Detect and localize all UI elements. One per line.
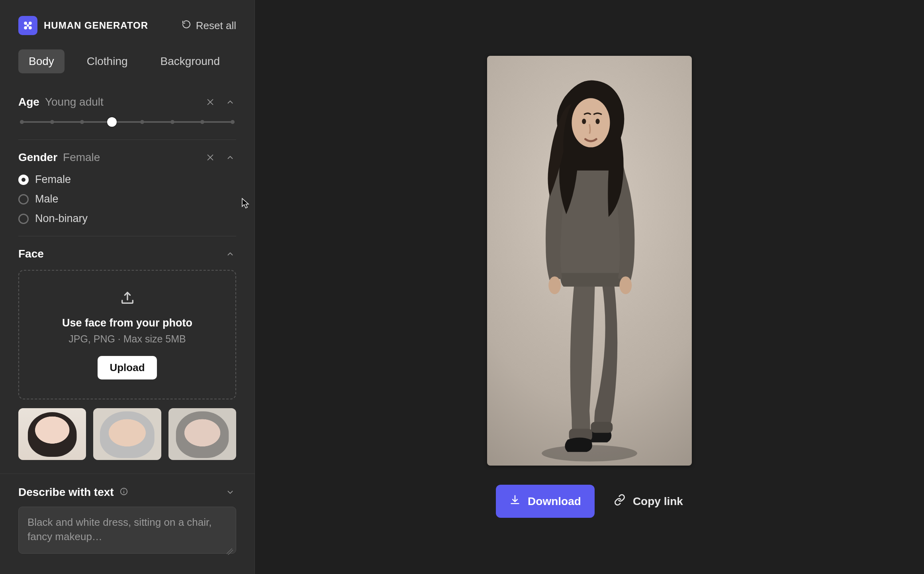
gender-option-female[interactable]: Female [18, 173, 236, 186]
brand-name: HUMAN GENERATOR [44, 20, 148, 31]
header-row: HUMAN GENERATOR Reset all [18, 16, 236, 35]
reset-label: Reset all [196, 20, 236, 32]
gender-collapse-button[interactable] [224, 151, 236, 163]
describe-title: Describe with text [18, 486, 114, 499]
gender-actions [204, 151, 236, 163]
svg-point-20 [595, 119, 599, 124]
section-gender-head: Gender Female [18, 151, 236, 164]
describe-head: Describe with text [18, 486, 236, 499]
svg-point-17 [619, 276, 632, 294]
reset-all-button[interactable]: Reset all [182, 20, 236, 32]
section-face: Face Use face from your photo JPG, PN [18, 248, 236, 460]
age-collapse-button[interactable] [224, 96, 236, 108]
describe-expand-button[interactable] [224, 486, 236, 498]
gender-radio-list: Female Male Non-binary [18, 173, 236, 225]
svg-point-3 [29, 27, 31, 29]
svg-point-19 [582, 119, 586, 124]
svg-point-18 [572, 98, 610, 147]
section-age-head: Age Young adult [18, 96, 236, 108]
reset-icon [182, 20, 191, 32]
gender-value: Female [63, 151, 100, 164]
copy-link-button[interactable]: Copy link [614, 494, 683, 509]
upload-hint: JPG, PNG · Max size 5MB [27, 333, 227, 345]
age-actions [204, 96, 236, 108]
section-describe: Describe with text [0, 474, 254, 571]
face-upload-dropzone[interactable]: Use face from your photo JPG, PNG · Max … [18, 270, 236, 399]
svg-rect-15 [591, 422, 613, 432]
sidebar-scroll: HUMAN GENERATOR Reset all Body Clothing … [0, 0, 254, 474]
radio-icon [18, 194, 29, 204]
svg-point-12 [123, 489, 124, 490]
radio-icon [18, 214, 29, 224]
svg-point-16 [548, 276, 561, 294]
age-slider-thumb[interactable] [107, 117, 117, 127]
gender-title: Gender [18, 151, 57, 164]
svg-rect-4 [27, 25, 28, 26]
tab-background[interactable]: Background [150, 49, 230, 73]
link-icon [614, 494, 626, 509]
upload-button[interactable]: Upload [98, 356, 157, 379]
section-face-head: Face [18, 248, 236, 260]
age-value: Young adult [45, 96, 104, 108]
gender-option-label: Female [35, 173, 71, 186]
face-preset-1[interactable] [18, 408, 86, 460]
sidebar: HUMAN GENERATOR Reset all Body Clothing … [0, 0, 255, 574]
gender-option-male[interactable]: Male [18, 193, 236, 205]
download-icon [509, 494, 521, 508]
gender-clear-button[interactable] [204, 151, 216, 163]
gender-option-label: Non-binary [35, 212, 88, 225]
download-label: Download [528, 495, 581, 508]
section-age: Age Young adult [18, 96, 236, 140]
describe-actions [224, 486, 236, 498]
face-preset-2[interactable] [93, 408, 161, 460]
tab-clothing[interactable]: Clothing [76, 49, 138, 73]
generated-figure [487, 56, 692, 466]
face-title: Face [18, 248, 44, 260]
upload-icon [27, 290, 227, 307]
age-slider[interactable] [20, 118, 235, 126]
canvas-area: Download Copy link [255, 0, 924, 574]
age-clear-button[interactable] [204, 96, 216, 108]
gender-option-nonbinary[interactable]: Non-binary [18, 212, 236, 225]
download-button[interactable]: Download [496, 485, 595, 518]
radio-icon [18, 175, 29, 185]
generated-image [487, 56, 692, 466]
action-row: Download Copy link [496, 485, 683, 518]
brand-icon [18, 16, 37, 35]
face-actions [224, 248, 236, 260]
face-preset-3[interactable] [168, 408, 236, 460]
tab-body[interactable]: Body [18, 49, 65, 73]
brand: HUMAN GENERATOR [18, 16, 148, 35]
describe-input[interactable] [18, 507, 236, 554]
section-gender: Gender Female Female [18, 151, 236, 236]
info-icon [119, 487, 128, 497]
svg-point-1 [29, 22, 31, 24]
svg-point-0 [24, 22, 27, 24]
age-title: Age [18, 96, 39, 108]
upload-title: Use face from your photo [27, 317, 227, 329]
tabs: Body Clothing Background [18, 49, 236, 73]
face-preset-row [18, 408, 236, 460]
svg-point-2 [24, 27, 27, 29]
gender-option-label: Male [35, 193, 59, 205]
copy-link-label: Copy link [633, 495, 683, 508]
face-collapse-button[interactable] [224, 248, 236, 260]
